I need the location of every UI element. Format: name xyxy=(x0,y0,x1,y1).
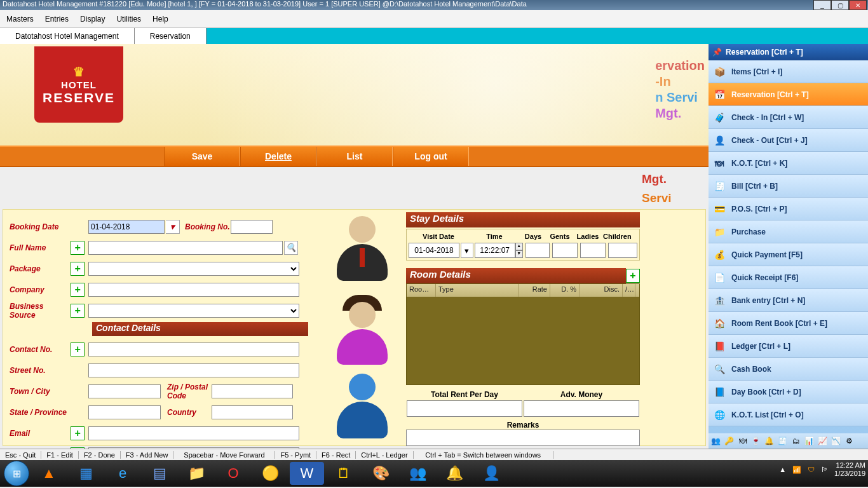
rnav-foot-icon-8[interactable]: 📈 xyxy=(818,437,827,446)
rnav-foot-icon-7[interactable]: 📊 xyxy=(804,437,814,446)
rnav-item-2[interactable]: 🧳Check - In [Ctrl + W] xyxy=(709,106,868,129)
contact-no-input[interactable] xyxy=(88,342,299,356)
room-col-type[interactable]: Type xyxy=(436,284,519,297)
start-button[interactable]: ⊞ xyxy=(4,461,29,486)
add-room-button[interactable]: + xyxy=(626,269,640,283)
rnav-item-10[interactable]: 🏦Bank entry [Ctrl + N] xyxy=(709,289,868,312)
taskbar-ie-icon[interactable]: e xyxy=(105,462,140,485)
visit-date-input[interactable] xyxy=(409,243,459,258)
rnav-item-3[interactable]: 👤Check - Out [Ctrl + J] xyxy=(709,129,868,152)
company-input[interactable] xyxy=(88,283,299,297)
menu-utilities[interactable]: Utilities xyxy=(116,15,141,24)
add-documents-button[interactable]: + xyxy=(71,447,85,449)
children-input[interactable] xyxy=(608,243,637,258)
menu-help[interactable]: Help xyxy=(153,15,168,24)
ladies-input[interactable] xyxy=(580,243,606,258)
rnav-item-12[interactable]: 📕Ledger [Ctrl + L] xyxy=(709,335,868,358)
street-no-input[interactable] xyxy=(88,363,299,377)
delete-button[interactable]: Delete xyxy=(240,147,316,166)
tab-home[interactable]: Datotahost Hotel Management xyxy=(0,28,135,44)
rnav-item-13[interactable]: 🔍Cash Book xyxy=(709,358,868,381)
save-button[interactable]: Save xyxy=(164,147,240,166)
tray-av-icon[interactable]: 🛡 xyxy=(808,466,815,473)
rnav-item-6[interactable]: 💳P.O.S. [Ctrl + P] xyxy=(709,198,868,220)
rnav-item-7[interactable]: 📁Purchase xyxy=(709,220,868,243)
rnav-foot-icon-6[interactable]: 🗂 xyxy=(791,437,801,446)
room-col-dpct[interactable]: D. % xyxy=(550,284,580,297)
package-select[interactable] xyxy=(88,262,299,276)
taskbar-word-icon[interactable]: W xyxy=(290,462,324,485)
taskbar-vlc-icon[interactable]: ▲ xyxy=(32,462,66,485)
add-contact-button[interactable]: + xyxy=(71,342,85,356)
taskbar-hotel-icon[interactable]: 👥 xyxy=(400,462,435,485)
rnav-foot-icon-4[interactable]: 🔔 xyxy=(764,437,774,446)
booking-date-dropdown-icon[interactable]: ▾ xyxy=(166,220,180,234)
window-close-button[interactable]: ✕ xyxy=(849,0,867,10)
tab-reservation[interactable]: Reservation xyxy=(135,28,207,44)
room-col-disc[interactable]: Disc. xyxy=(580,284,623,297)
rnav-item-1[interactable]: 📅Reservation [Ctrl + T] xyxy=(709,83,868,106)
window-minimize-button[interactable]: _ xyxy=(813,0,831,10)
total-rent-input[interactable] xyxy=(407,400,522,417)
rnav-foot-icon-2[interactable]: 🍽 xyxy=(738,437,747,446)
rnav-item-14[interactable]: 📘Day Book [Ctrl + D] xyxy=(709,381,868,403)
time-spin-down[interactable]: ▼ xyxy=(515,250,523,258)
rnav-foot-icon-3[interactable]: 🍷 xyxy=(751,437,761,446)
taskbar-opera-icon[interactable]: O xyxy=(216,462,250,485)
list-button[interactable]: List xyxy=(316,147,393,166)
add-fullname-button[interactable]: + xyxy=(71,241,85,255)
booking-date-input[interactable] xyxy=(88,220,165,234)
tray-clock[interactable]: 12:22 AM 1/23/2019 xyxy=(834,461,865,478)
taskbar-bell-icon[interactable]: 🔔 xyxy=(437,462,471,485)
taskbar-paint-icon[interactable]: 🎨 xyxy=(363,462,398,485)
taskbar-explorer-icon[interactable]: 📁 xyxy=(179,462,214,485)
search-fullname-icon[interactable]: 🔍 xyxy=(284,241,298,255)
room-col-room[interactable]: Roo… xyxy=(407,284,436,297)
rnav-item-4[interactable]: 🍽K.O.T. [Ctrl + K] xyxy=(709,152,868,175)
menu-masters[interactable]: Masters xyxy=(6,15,34,24)
rnav-foot-icon-10[interactable]: ⚙ xyxy=(844,437,854,446)
window-maximize-button[interactable]: ▢ xyxy=(831,0,849,10)
room-grid[interactable]: Roo… Type Rate D. % Disc. /… xyxy=(406,283,640,385)
taskbar-notes-icon[interactable]: 🗒 xyxy=(327,462,361,485)
add-package-button[interactable]: + xyxy=(71,262,85,276)
room-col-more[interactable]: /… xyxy=(623,284,635,297)
country-input[interactable] xyxy=(212,405,293,419)
menu-entries[interactable]: Entries xyxy=(45,15,69,24)
documents-input[interactable] xyxy=(88,447,299,449)
time-input[interactable] xyxy=(475,243,515,258)
menu-display[interactable]: Display xyxy=(80,15,105,24)
full-name-input[interactable] xyxy=(88,241,283,255)
room-col-rate[interactable]: Rate xyxy=(519,284,550,297)
taskbar-app2-icon[interactable]: ▤ xyxy=(142,462,177,485)
rnav-item-9[interactable]: 📄Quick Receipt [F6] xyxy=(709,266,868,289)
visit-date-dropdown-icon[interactable]: ▾ xyxy=(461,243,473,258)
rnav-foot-icon-5[interactable]: 🧾 xyxy=(778,437,787,446)
tray-signal-icon[interactable]: 📶 xyxy=(792,466,801,474)
add-email-button[interactable]: + xyxy=(71,426,85,440)
days-input[interactable] xyxy=(526,243,550,258)
tray-flag-icon[interactable]: 🏳 xyxy=(821,466,828,473)
booking-no-input[interactable] xyxy=(231,220,273,234)
taskbar-chrome-icon[interactable]: 🟡 xyxy=(253,462,287,485)
add-bsource-button[interactable]: + xyxy=(71,304,85,318)
tray-up-icon[interactable]: ▲ xyxy=(779,466,786,473)
email-input[interactable] xyxy=(88,426,299,440)
zip-input[interactable] xyxy=(212,384,293,398)
adv-money-input[interactable] xyxy=(524,400,639,417)
rnav-foot-icon-9[interactable]: 📉 xyxy=(831,437,841,446)
rnav-item-0[interactable]: 📦Items [Ctrl + I] xyxy=(709,60,868,83)
remarks-input[interactable] xyxy=(406,430,640,446)
state-input[interactable] xyxy=(88,405,161,419)
add-company-button[interactable]: + xyxy=(71,283,85,297)
rnav-item-15[interactable]: 🌐K.O.T. List [Ctrl + O] xyxy=(709,403,868,426)
rnav-item-11[interactable]: 🏠Room Rent Book [Ctrl + E] xyxy=(709,312,868,335)
rnav-foot-icon-1[interactable]: 🔑 xyxy=(724,437,734,446)
rnav-foot-icon-0[interactable]: 👥 xyxy=(711,437,721,446)
time-spin-up[interactable]: ▲ xyxy=(515,243,523,250)
business-source-select[interactable] xyxy=(88,304,299,318)
taskbar-app1-icon[interactable]: ▦ xyxy=(69,462,103,485)
town-city-input[interactable] xyxy=(88,384,161,398)
taskbar-user-icon[interactable]: 👤 xyxy=(474,462,508,485)
rnav-item-5[interactable]: 🧾Bill [Ctrl + B] xyxy=(709,175,868,198)
